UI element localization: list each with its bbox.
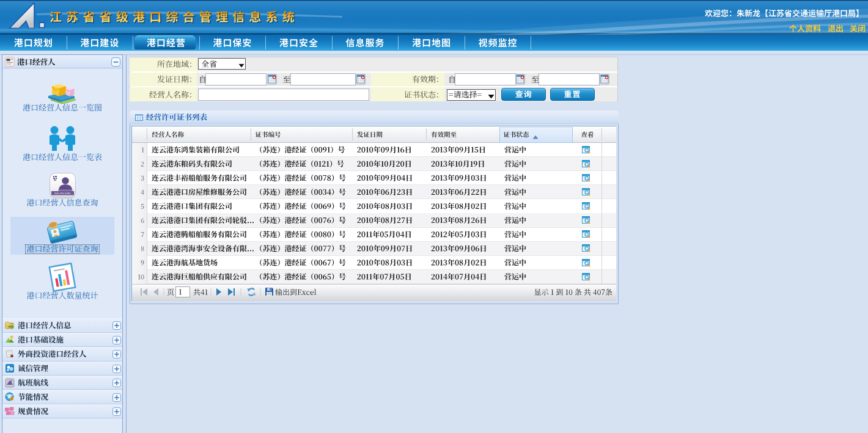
- svg-text:800.430.6080: 800.430.6080: [54, 192, 71, 195]
- svg-text:W: W: [10, 397, 13, 401]
